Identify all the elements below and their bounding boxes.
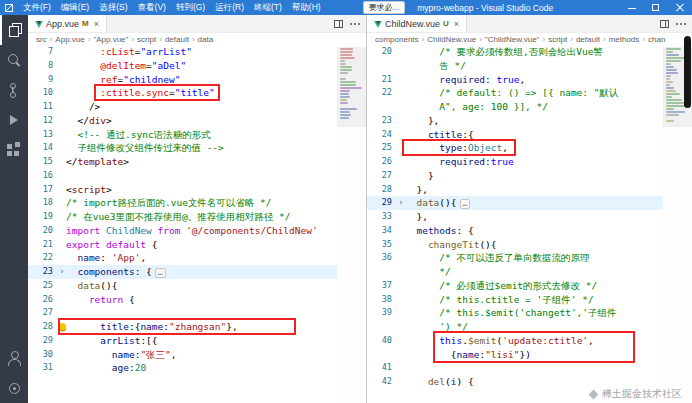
code-line[interactable]: 26 required:true <box>367 155 663 169</box>
code-line[interactable]: 29 arrList:[{ <box>28 334 337 348</box>
code-line[interactable]: */ <box>367 265 663 279</box>
page-scrollbar[interactable] <box>684 36 691 108</box>
menu-item[interactable]: 文件(F) <box>18 0 56 15</box>
code-line[interactable]: 10 :ctitle.sync="title" <box>28 86 337 100</box>
breadcrumb-item[interactable]: methods <box>609 35 640 44</box>
breadcrumb-item[interactable]: src <box>36 35 47 44</box>
breadcrumb-item[interactable]: chan <box>648 35 665 44</box>
breadcrumb-item[interactable]: "ChildNew.vue" <box>485 35 540 44</box>
menu-item[interactable]: 编辑(E) <box>56 0 94 15</box>
code-editor-app-vue[interactable]: 7 :cList="arrList"8 @delItem="aDel"9 ref… <box>28 45 337 403</box>
maximize-button[interactable] <box>644 0 668 15</box>
code-line[interactable]: 38 /* this.ctitle = '子组件' */ <box>367 293 663 307</box>
code-line[interactable]: 31 age:20 <box>28 361 337 375</box>
menu-item[interactable]: 选择(S) <box>94 0 132 15</box>
split-editor-icon[interactable] <box>660 20 669 28</box>
code-line[interactable]: 8 @delItem="aDel" <box>28 59 337 73</box>
code-editor-childnew-vue[interactable]: 20 /* 要求必须传数组,否则会给出Vue警 告 */21 required:… <box>367 45 663 403</box>
code-line[interactable]: 22 name: 'App', <box>28 251 337 265</box>
code-line[interactable]: 9 ref="childnew" <box>28 73 337 87</box>
sidebar-item-settings[interactable] <box>0 373 28 403</box>
breadcrumb-item[interactable]: default <box>576 35 600 44</box>
code-line[interactable]: A", age: 100 }], */ <box>367 100 663 114</box>
code-line[interactable]: 23› components: {… <box>28 265 337 279</box>
code-line[interactable]: 28 title:{name:"zhangsan"}, <box>28 320 337 334</box>
breadcrumb-item[interactable]: script <box>137 35 156 44</box>
code-line[interactable]: 23 }, <box>367 114 663 128</box>
code-line[interactable]: 13 <!-- 通过.sync语法糖的形式 <box>28 128 337 142</box>
minimap-left[interactable] <box>337 45 366 403</box>
code-line[interactable]: 18/* import路径后面的.vue文件名可以省略 */ <box>28 196 337 210</box>
code-line[interactable]: 11 /> <box>28 100 337 114</box>
code-line[interactable]: 34 methods: { <box>367 224 663 238</box>
code-line[interactable]: 30 name:"张三", <box>28 348 337 362</box>
more-actions-icon[interactable] <box>350 23 361 26</box>
fold-chevron-icon[interactable]: › <box>58 265 66 279</box>
code-text: required: true, <box>405 73 663 87</box>
code-line[interactable]: 27 } <box>367 169 663 183</box>
code-line[interactable]: 28 }, <box>367 183 663 197</box>
minimap-slider[interactable] <box>337 47 366 127</box>
sidebar-item-search[interactable] <box>0 45 28 75</box>
sidebar-item-extensions[interactable] <box>0 135 28 165</box>
sidebar-item-source-control[interactable] <box>0 75 28 105</box>
split-editor-icon[interactable] <box>334 20 343 28</box>
tab-app-vue[interactable]: App.vue M × <box>28 15 107 32</box>
minimize-button[interactable] <box>620 0 644 15</box>
code-line[interactable]: 33 }, <box>367 210 663 224</box>
code-line[interactable]: 19/* 在vue3里面不推荐使用@。推荐使用相对路径 */ <box>28 210 337 224</box>
menu-item[interactable]: 转到(G) <box>171 0 210 15</box>
code-line[interactable]: {name:"lisi"}) <box>367 348 663 362</box>
code-line[interactable]: 25 data(){ <box>28 279 337 293</box>
code-line[interactable]: 40 this.$emit('update:ctitle', <box>367 334 663 348</box>
code-line[interactable]: 29› data(){… <box>367 196 663 210</box>
code-line[interactable]: 37 /* 必须通过$emit的形式去修改 */ <box>367 279 663 293</box>
code-line[interactable]: 21export default { <box>28 238 337 252</box>
code-line[interactable]: 20 /* 要求必须传数组,否则会给出Vue警 <box>367 45 663 59</box>
breadcrumb-item[interactable]: ChildNew.vue <box>427 35 476 44</box>
sidebar-item-run-debug[interactable] <box>0 105 28 135</box>
lightbulb-icon[interactable] <box>59 323 66 330</box>
menu-item[interactable]: 运行(R) <box>210 0 249 15</box>
fold-chevron-icon[interactable]: › <box>397 196 405 210</box>
tab-close-icon[interactable]: × <box>454 19 459 29</box>
code-line[interactable]: 41 <box>367 361 663 375</box>
code-text <box>66 306 337 320</box>
code-line[interactable]: ') */ <box>367 320 663 334</box>
watermark-text: 稀土掘金技术社区 <box>602 387 682 401</box>
breadcrumb-item[interactable]: App.vue <box>55 35 84 44</box>
breadcrumb-item[interactable]: default <box>165 35 189 44</box>
code-line[interactable]: 24 ctitle:{ <box>367 128 663 142</box>
more-actions-icon[interactable] <box>676 23 687 26</box>
code-line[interactable]: 15</template> <box>28 155 337 169</box>
code-line[interactable]: 39 /* this.$emit('changett','子组件 <box>367 306 663 320</box>
sidebar-item-explorer[interactable] <box>0 15 28 45</box>
menu-item[interactable]: 帮助(H) <box>287 0 326 15</box>
code-line[interactable]: 12 </div> <box>28 114 337 128</box>
gutter-space <box>58 224 66 238</box>
code-line[interactable]: 21 required: true, <box>367 73 663 87</box>
tab-childnew-vue[interactable]: ChildNew.vue U × <box>367 15 467 32</box>
breadcrumb-item[interactable]: data <box>198 35 214 44</box>
code-line[interactable]: 36 /* 不可以违反了单向数据流的原理 <box>367 251 663 265</box>
breadcrumb-item[interactable]: script <box>548 35 567 44</box>
code-line[interactable]: 7 :cList="arrList" <box>28 45 337 59</box>
search-overlay[interactable]: 要求必... <box>363 1 406 14</box>
code-line[interactable]: 20import ChildNew from '@/components/Chi… <box>28 224 337 238</box>
code-line[interactable]: 22 /* default: () => [{ name: "默认 <box>367 86 663 100</box>
tab-close-icon[interactable]: × <box>94 19 99 29</box>
code-line[interactable]: 14 子组件修改父组件传过来的值 --> <box>28 141 337 155</box>
code-line[interactable]: 26 return { <box>28 293 337 307</box>
sidebar-item-account[interactable] <box>0 343 28 373</box>
menu-item[interactable]: 查看(V) <box>133 0 171 15</box>
code-line[interactable]: 27 <box>28 306 337 320</box>
code-line[interactable]: 17<script> <box>28 183 337 197</box>
menu-item[interactable]: 终端(T) <box>249 0 287 15</box>
code-line[interactable]: 25 type:Object, <box>367 141 663 155</box>
breadcrumb-item[interactable]: "App.vue" <box>93 35 128 44</box>
code-line[interactable]: 告 */ <box>367 59 663 73</box>
breadcrumb-item[interactable]: components <box>375 35 419 44</box>
code-line[interactable]: 35 changeTit(){ <box>367 238 663 252</box>
code-line[interactable]: 16 <box>28 169 337 183</box>
close-button[interactable] <box>668 0 692 15</box>
